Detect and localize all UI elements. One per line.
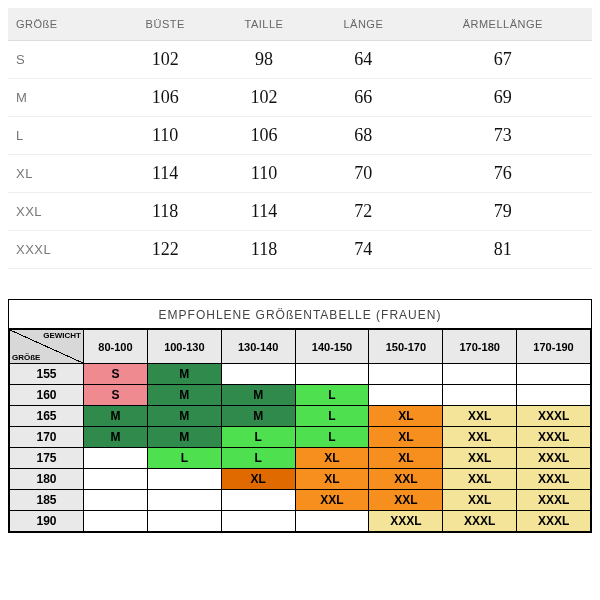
table-row: XL1141107076	[8, 155, 592, 193]
size-cell	[295, 511, 369, 532]
size-cell: XL	[369, 406, 443, 427]
cell-size: L	[8, 117, 116, 155]
size-cell	[443, 364, 517, 385]
height-label: 180	[10, 469, 84, 490]
cell-waist: 110	[215, 155, 313, 193]
cell-size: XXL	[8, 193, 116, 231]
weight-header: 80-100	[84, 330, 148, 364]
size-cell	[147, 511, 221, 532]
table-row: 170MMLLXLXXLXXXL	[10, 427, 591, 448]
cell-size: XL	[8, 155, 116, 193]
weight-header: 100-130	[147, 330, 221, 364]
cell-sleeve: 69	[413, 79, 592, 117]
size-cell: XXXL	[517, 511, 591, 532]
table-row: XXL1181147279	[8, 193, 592, 231]
cell-length: 72	[313, 193, 413, 231]
size-cell: XXXL	[517, 490, 591, 511]
size-cell: M	[147, 364, 221, 385]
size-cell: M	[221, 406, 295, 427]
recommended-wrapper: EMPFOHLENE GRÖßENTABELLE (FRAUEN) GEWICH…	[8, 299, 592, 533]
size-cell: XXXL	[517, 427, 591, 448]
table-row: 175LLXLXLXXLXXXL	[10, 448, 591, 469]
size-cell	[147, 490, 221, 511]
col-waist: TAILLE	[215, 8, 313, 41]
cell-sleeve: 81	[413, 231, 592, 269]
measurements-table: GRÖßE BÜSTE TAILLE LÄNGE ÄRMELLÄNGE S102…	[8, 8, 592, 269]
size-cell: XL	[369, 448, 443, 469]
size-cell: M	[84, 427, 148, 448]
cell-bust: 114	[116, 155, 215, 193]
size-cell: XXL	[443, 427, 517, 448]
size-cell: XXXL	[517, 448, 591, 469]
cell-length: 70	[313, 155, 413, 193]
height-label: 155	[10, 364, 84, 385]
weight-header: 130-140	[221, 330, 295, 364]
weight-header: 170-190	[517, 330, 591, 364]
cell-length: 74	[313, 231, 413, 269]
col-length: LÄNGE	[313, 8, 413, 41]
table-row: 165MMMLXLXXLXXXL	[10, 406, 591, 427]
cell-bust: 106	[116, 79, 215, 117]
size-cell	[221, 511, 295, 532]
size-cell	[147, 469, 221, 490]
size-cell: M	[147, 427, 221, 448]
size-cell: XXL	[295, 490, 369, 511]
height-label: 185	[10, 490, 84, 511]
weight-header: 170-180	[443, 330, 517, 364]
table-row: S102986467	[8, 41, 592, 79]
weight-header: 140-150	[295, 330, 369, 364]
table-row: L1101066873	[8, 117, 592, 155]
table-row: 190XXXLXXXLXXXL	[10, 511, 591, 532]
cell-waist: 114	[215, 193, 313, 231]
table-row: 180XLXLXXLXXLXXXL	[10, 469, 591, 490]
size-cell: S	[84, 364, 148, 385]
cell-size: M	[8, 79, 116, 117]
table-row: M1061026669	[8, 79, 592, 117]
cell-sleeve: 79	[413, 193, 592, 231]
size-cell: XL	[295, 448, 369, 469]
height-label: 160	[10, 385, 84, 406]
cell-bust: 102	[116, 41, 215, 79]
corner-cell: GEWICHT GRÖßE	[10, 330, 84, 364]
size-cell	[369, 364, 443, 385]
cell-sleeve: 73	[413, 117, 592, 155]
size-cell: XXL	[443, 448, 517, 469]
size-cell: XXXL	[517, 406, 591, 427]
size-cell: XL	[369, 427, 443, 448]
size-cell: XXL	[369, 469, 443, 490]
weight-header: 150-170	[369, 330, 443, 364]
size-cell	[84, 469, 148, 490]
cell-length: 68	[313, 117, 413, 155]
size-cell: M	[147, 406, 221, 427]
size-cell: XXL	[443, 406, 517, 427]
size-cell	[221, 490, 295, 511]
cell-bust: 122	[116, 231, 215, 269]
height-label: 170	[10, 427, 84, 448]
size-cell	[517, 385, 591, 406]
recommended-table: GEWICHT GRÖßE 80-100100-130130-140140-15…	[9, 329, 591, 532]
size-cell: M	[147, 385, 221, 406]
size-cell: L	[295, 406, 369, 427]
recommended-title: EMPFOHLENE GRÖßENTABELLE (FRAUEN)	[9, 300, 591, 329]
size-cell: L	[221, 427, 295, 448]
size-cell	[443, 385, 517, 406]
size-cell: L	[147, 448, 221, 469]
size-cell	[517, 364, 591, 385]
col-bust: BÜSTE	[116, 8, 215, 41]
size-cell: L	[295, 427, 369, 448]
cell-length: 66	[313, 79, 413, 117]
col-size: GRÖßE	[8, 8, 116, 41]
cell-waist: 118	[215, 231, 313, 269]
size-cell: XXL	[443, 490, 517, 511]
table-row: 160SMML	[10, 385, 591, 406]
cell-bust: 110	[116, 117, 215, 155]
table-row: XXXL1221187481	[8, 231, 592, 269]
cell-bust: 118	[116, 193, 215, 231]
size-cell	[84, 448, 148, 469]
size-cell: XL	[295, 469, 369, 490]
size-cell: XL	[221, 469, 295, 490]
cell-sleeve: 67	[413, 41, 592, 79]
size-cell	[84, 490, 148, 511]
col-sleeve: ÄRMELLÄNGE	[413, 8, 592, 41]
size-cell	[295, 364, 369, 385]
